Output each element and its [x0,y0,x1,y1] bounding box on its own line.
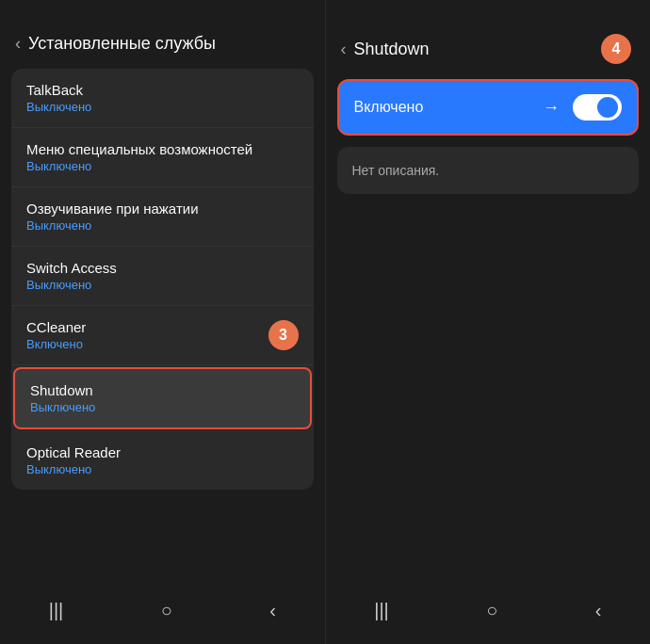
item-name: TalkBack [26,82,299,98]
recent-apps-icon[interactable]: ||| [49,600,64,621]
right-header: ‹ Shutdown 4 [326,0,651,79]
list-item-shutdown[interactable]: Shutdown Выключено [13,367,312,429]
left-header-title: Установленные службы [28,34,216,54]
item-name: Меню специальных возможностей [26,141,299,157]
right-panel: ‹ Shutdown 4 Включено → Нет описания. ||… [326,0,651,644]
item-name: Switch Access [26,260,299,276]
list-item-optical-reader[interactable]: Optical Reader Выключено [11,431,314,490]
left-back-icon[interactable]: ‹ [15,34,21,54]
toggle-switch[interactable] [573,94,622,121]
description-text: Нет описания. [352,163,440,178]
back-icon[interactable]: ‹ [595,600,602,621]
item-status: Выключено [26,100,299,114]
arrow-right-icon: → [543,98,560,118]
toggle-knob [597,97,618,118]
item-status: Выключено [26,462,299,476]
right-header-title: Shutdown [354,40,430,59]
toggle-row[interactable]: Включено → [337,79,640,136]
item-name: Optical Reader [26,444,299,460]
right-header-left: ‹ Shutdown [341,40,430,59]
back-icon[interactable]: ‹ [269,600,276,621]
item-status: Включено [26,337,299,351]
item-status: Выключено [26,159,299,173]
list-item-tts[interactable]: Озвучивание при нажатии Выключено [11,187,314,247]
step-badge-3: 3 [268,320,299,350]
item-name: CCleaner [26,319,299,335]
item-status: Выключено [30,400,295,414]
list-item-accessibility-menu[interactable]: Меню специальных возможностей Выключено [11,128,314,187]
list-item-talkback[interactable]: TalkBack Выключено [11,69,314,128]
item-status: Выключено [26,278,299,292]
home-icon[interactable]: ○ [161,600,172,621]
item-status: Выключено [26,218,299,233]
recent-apps-icon[interactable]: ||| [374,600,389,621]
left-panel: ‹ Установленные службы TalkBack Выключен… [0,0,326,644]
left-header: ‹ Установленные службы [0,0,325,69]
right-bottom-nav: ||| ○ ‹ [326,583,651,644]
list-item-ccleaner[interactable]: CCleaner Включено 3 [11,306,314,365]
toggle-label: Включено [354,99,424,116]
item-name: Озвучивание при нажатии [26,201,299,217]
home-icon[interactable]: ○ [486,600,497,621]
left-bottom-nav: ||| ○ ‹ [0,583,325,644]
services-list: TalkBack Выключено Меню специальных возм… [11,69,314,490]
item-name: Shutdown [30,382,295,398]
list-item-switch-access[interactable]: Switch Access Выключено [11,247,314,306]
description-box: Нет описания. [337,147,640,194]
step-badge-4: 4 [601,34,631,64]
right-back-icon[interactable]: ‹ [341,40,347,59]
